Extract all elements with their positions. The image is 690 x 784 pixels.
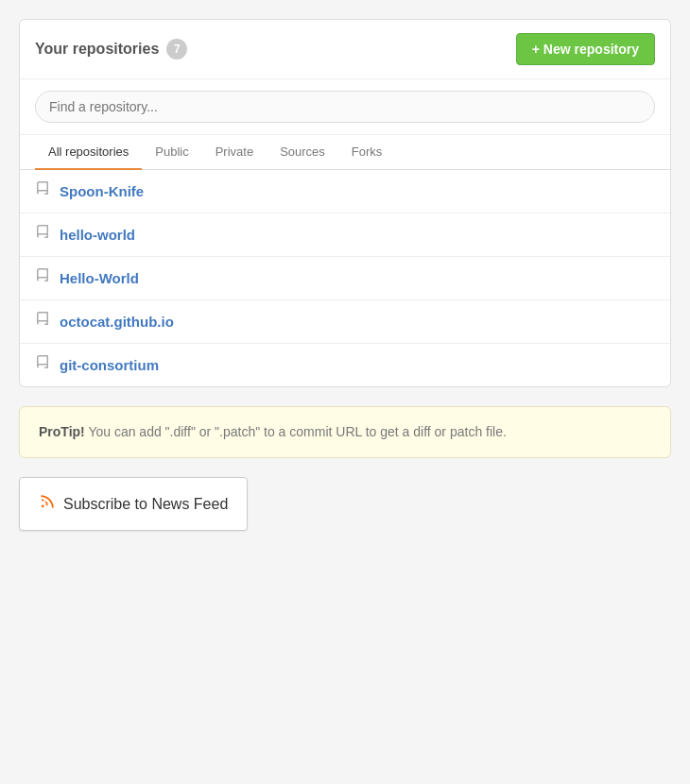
tab-private[interactable]: Private [202,135,267,170]
repo-link[interactable]: Hello-World [60,270,139,286]
search-input[interactable] [35,91,655,123]
repo-link[interactable]: octocat.github.io [60,314,174,330]
tab-all-repositories[interactable]: All repositories [35,135,142,170]
list-item: Hello-World [20,257,670,300]
panel-header: Your repositories 7 + New repository [20,20,670,79]
repo-count-badge: 7 [166,39,187,60]
news-feed-box[interactable]: Subscribe to News Feed [19,477,248,531]
filter-tabs: All repositories Public Private Sources … [20,135,670,170]
repo-link[interactable]: git-consortium [60,357,159,373]
list-item: Spoon-Knife [20,170,670,213]
book-icon [35,355,50,375]
list-item: octocat.github.io [20,300,670,344]
book-icon [35,268,50,288]
protip-text: You can add ".diff" or ".patch" to a com… [85,424,507,439]
book-icon [35,225,50,245]
book-icon [35,181,50,201]
repo-link[interactable]: Spoon-Knife [60,183,144,199]
news-feed-label: Subscribe to News Feed [63,496,228,513]
tab-forks[interactable]: Forks [338,135,396,170]
new-repository-button[interactable]: + New repository [516,33,655,65]
protip-prefix: ProTip! [39,424,85,439]
list-item: hello-world [20,213,670,257]
tab-sources[interactable]: Sources [267,135,338,170]
your-repositories-label: Your repositories [35,41,159,58]
repo-link[interactable]: hello-world [60,227,135,243]
repositories-panel: Your repositories 7 + New repository All… [19,19,671,387]
protip-box: ProTip! You can add ".diff" or ".patch" … [19,406,671,458]
repository-list: Spoon-Knife hello-world Hello-World octo… [20,170,670,386]
list-item: git-consortium [20,344,670,386]
tab-public[interactable]: Public [142,135,201,170]
panel-title: Your repositories 7 [35,39,187,60]
rss-icon [39,493,56,515]
book-icon [35,312,50,332]
search-section [20,79,670,135]
